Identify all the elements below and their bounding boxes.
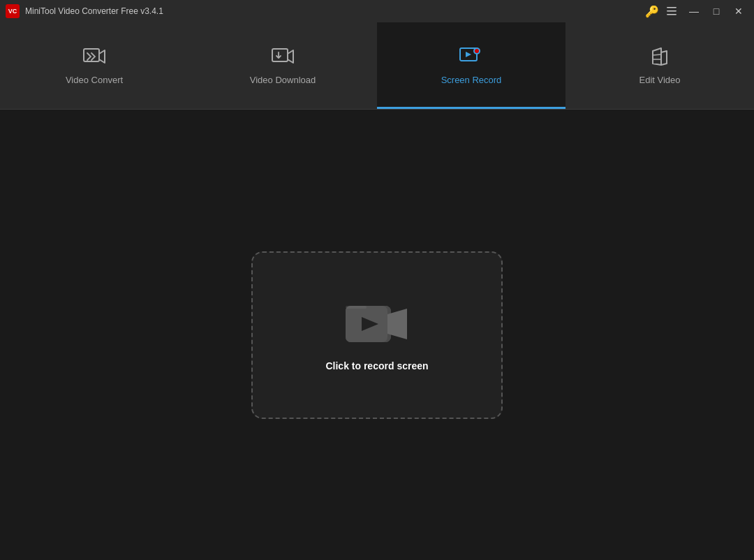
title-bar: VC MiniTool Video Converter Free v3.4.1 … (0, 0, 754, 22)
tab-screen-record-label: Screen Record (441, 75, 502, 85)
app-title: MiniTool Video Converter Free v3.4.1 (25, 6, 163, 16)
svg-rect-12 (346, 306, 367, 309)
record-camera-icon (342, 299, 412, 349)
minimize-button[interactable]: — (684, 3, 704, 19)
record-label: Click to record screen (325, 360, 428, 371)
screen-record-icon (459, 44, 484, 69)
app-logo: VC (6, 4, 20, 18)
close-button[interactable]: ✕ (729, 3, 748, 19)
record-area[interactable]: Click to record screen (251, 251, 503, 419)
title-bar-left: VC MiniTool Video Converter Free v3.4.1 (6, 4, 163, 18)
video-download-icon (270, 44, 295, 69)
tab-video-convert-label: Video Convert (66, 75, 123, 85)
hamburger-button[interactable] (662, 3, 681, 19)
tab-edit-video-label: Edit Video (639, 75, 680, 85)
tab-screen-record[interactable]: Screen Record (377, 22, 566, 109)
main-content: Click to record screen (0, 110, 754, 560)
svg-point-7 (475, 49, 479, 53)
svg-rect-2 (667, 14, 677, 15)
svg-rect-4 (272, 49, 288, 61)
tab-video-download[interactable]: Video Download (188, 22, 377, 109)
maximize-button[interactable]: □ (707, 3, 726, 19)
video-convert-icon (82, 44, 107, 69)
svg-rect-1 (667, 10, 677, 12)
svg-line-8 (653, 54, 661, 55)
key-icon: 🔑 (645, 5, 659, 18)
nav-bar: Video Convert Video Download Screen Reco… (0, 22, 754, 110)
tab-edit-video[interactable]: Edit Video (566, 22, 754, 109)
title-bar-controls: 🔑 — □ ✕ (645, 3, 748, 19)
tab-video-convert[interactable]: Video Convert (0, 22, 188, 109)
edit-video-icon (647, 44, 672, 69)
svg-rect-0 (667, 7, 677, 8)
tab-video-download-label: Video Download (250, 75, 316, 85)
